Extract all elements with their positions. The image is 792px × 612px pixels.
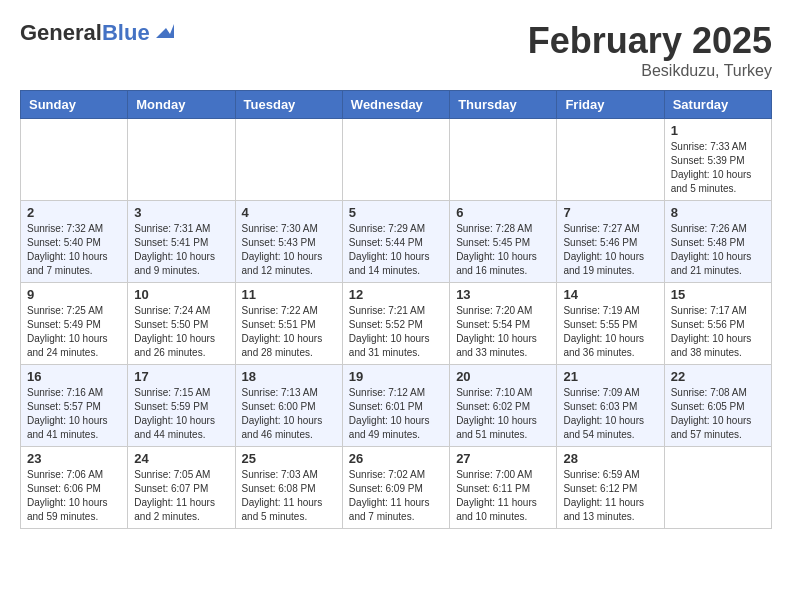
day-number: 16 [27, 369, 121, 384]
calendar-day-cell: 7Sunrise: 7:27 AM Sunset: 5:46 PM Daylig… [557, 201, 664, 283]
calendar-day-cell: 12Sunrise: 7:21 AM Sunset: 5:52 PM Dayli… [342, 283, 449, 365]
day-info: Sunrise: 7:13 AM Sunset: 6:00 PM Dayligh… [242, 386, 336, 442]
calendar-day-cell [664, 447, 771, 529]
calendar-day-cell: 23Sunrise: 7:06 AM Sunset: 6:06 PM Dayli… [21, 447, 128, 529]
calendar-table: SundayMondayTuesdayWednesdayThursdayFrid… [20, 90, 772, 529]
day-info: Sunrise: 7:31 AM Sunset: 5:41 PM Dayligh… [134, 222, 228, 278]
svg-marker-0 [156, 24, 174, 38]
logo-icon [152, 20, 174, 42]
day-info: Sunrise: 7:08 AM Sunset: 6:05 PM Dayligh… [671, 386, 765, 442]
day-info: Sunrise: 7:22 AM Sunset: 5:51 PM Dayligh… [242, 304, 336, 360]
logo-general: General [20, 20, 102, 45]
calendar-week-row: 9Sunrise: 7:25 AM Sunset: 5:49 PM Daylig… [21, 283, 772, 365]
day-info: Sunrise: 7:29 AM Sunset: 5:44 PM Dayligh… [349, 222, 443, 278]
day-info: Sunrise: 7:06 AM Sunset: 6:06 PM Dayligh… [27, 468, 121, 524]
calendar-day-cell: 3Sunrise: 7:31 AM Sunset: 5:41 PM Daylig… [128, 201, 235, 283]
calendar-day-cell [21, 119, 128, 201]
day-number: 26 [349, 451, 443, 466]
logo-blue: Blue [102, 20, 150, 45]
calendar-day-cell [557, 119, 664, 201]
calendar-day-cell: 1Sunrise: 7:33 AM Sunset: 5:39 PM Daylig… [664, 119, 771, 201]
day-number: 20 [456, 369, 550, 384]
day-info: Sunrise: 7:05 AM Sunset: 6:07 PM Dayligh… [134, 468, 228, 524]
calendar-day-cell: 27Sunrise: 7:00 AM Sunset: 6:11 PM Dayli… [450, 447, 557, 529]
weekday-header-wednesday: Wednesday [342, 91, 449, 119]
day-number: 25 [242, 451, 336, 466]
calendar-day-cell: 19Sunrise: 7:12 AM Sunset: 6:01 PM Dayli… [342, 365, 449, 447]
calendar-day-cell: 18Sunrise: 7:13 AM Sunset: 6:00 PM Dayli… [235, 365, 342, 447]
day-number: 24 [134, 451, 228, 466]
day-number: 11 [242, 287, 336, 302]
calendar-day-cell [235, 119, 342, 201]
calendar-day-cell: 2Sunrise: 7:32 AM Sunset: 5:40 PM Daylig… [21, 201, 128, 283]
day-info: Sunrise: 7:30 AM Sunset: 5:43 PM Dayligh… [242, 222, 336, 278]
day-info: Sunrise: 7:16 AM Sunset: 5:57 PM Dayligh… [27, 386, 121, 442]
calendar-day-cell: 5Sunrise: 7:29 AM Sunset: 5:44 PM Daylig… [342, 201, 449, 283]
day-number: 3 [134, 205, 228, 220]
day-info: Sunrise: 7:12 AM Sunset: 6:01 PM Dayligh… [349, 386, 443, 442]
day-info: Sunrise: 7:20 AM Sunset: 5:54 PM Dayligh… [456, 304, 550, 360]
day-number: 28 [563, 451, 657, 466]
day-number: 1 [671, 123, 765, 138]
day-number: 15 [671, 287, 765, 302]
calendar-day-cell: 15Sunrise: 7:17 AM Sunset: 5:56 PM Dayli… [664, 283, 771, 365]
calendar-day-cell: 11Sunrise: 7:22 AM Sunset: 5:51 PM Dayli… [235, 283, 342, 365]
calendar-day-cell: 21Sunrise: 7:09 AM Sunset: 6:03 PM Dayli… [557, 365, 664, 447]
location: Besikduzu, Turkey [528, 62, 772, 80]
calendar-day-cell: 4Sunrise: 7:30 AM Sunset: 5:43 PM Daylig… [235, 201, 342, 283]
day-number: 21 [563, 369, 657, 384]
calendar-week-row: 16Sunrise: 7:16 AM Sunset: 5:57 PM Dayli… [21, 365, 772, 447]
calendar-day-cell: 8Sunrise: 7:26 AM Sunset: 5:48 PM Daylig… [664, 201, 771, 283]
calendar-day-cell: 14Sunrise: 7:19 AM Sunset: 5:55 PM Dayli… [557, 283, 664, 365]
weekday-header-monday: Monday [128, 91, 235, 119]
calendar-day-cell: 24Sunrise: 7:05 AM Sunset: 6:07 PM Dayli… [128, 447, 235, 529]
calendar-day-cell: 20Sunrise: 7:10 AM Sunset: 6:02 PM Dayli… [450, 365, 557, 447]
day-number: 4 [242, 205, 336, 220]
day-info: Sunrise: 7:00 AM Sunset: 6:11 PM Dayligh… [456, 468, 550, 524]
day-info: Sunrise: 7:24 AM Sunset: 5:50 PM Dayligh… [134, 304, 228, 360]
day-number: 12 [349, 287, 443, 302]
day-number: 23 [27, 451, 121, 466]
calendar-day-cell [450, 119, 557, 201]
day-info: Sunrise: 7:10 AM Sunset: 6:02 PM Dayligh… [456, 386, 550, 442]
calendar-day-cell: 13Sunrise: 7:20 AM Sunset: 5:54 PM Dayli… [450, 283, 557, 365]
weekday-header-thursday: Thursday [450, 91, 557, 119]
calendar-day-cell: 6Sunrise: 7:28 AM Sunset: 5:45 PM Daylig… [450, 201, 557, 283]
day-info: Sunrise: 7:26 AM Sunset: 5:48 PM Dayligh… [671, 222, 765, 278]
day-number: 7 [563, 205, 657, 220]
calendar-day-cell: 17Sunrise: 7:15 AM Sunset: 5:59 PM Dayli… [128, 365, 235, 447]
day-info: Sunrise: 7:02 AM Sunset: 6:09 PM Dayligh… [349, 468, 443, 524]
day-number: 10 [134, 287, 228, 302]
day-number: 13 [456, 287, 550, 302]
day-info: Sunrise: 6:59 AM Sunset: 6:12 PM Dayligh… [563, 468, 657, 524]
calendar-day-cell: 26Sunrise: 7:02 AM Sunset: 6:09 PM Dayli… [342, 447, 449, 529]
calendar-day-cell: 22Sunrise: 7:08 AM Sunset: 6:05 PM Dayli… [664, 365, 771, 447]
logo: GeneralBlue [20, 20, 174, 46]
weekday-header-sunday: Sunday [21, 91, 128, 119]
month-title: February 2025 [528, 20, 772, 62]
calendar-day-cell [342, 119, 449, 201]
day-info: Sunrise: 7:25 AM Sunset: 5:49 PM Dayligh… [27, 304, 121, 360]
day-number: 14 [563, 287, 657, 302]
day-number: 8 [671, 205, 765, 220]
weekday-header-tuesday: Tuesday [235, 91, 342, 119]
calendar-day-cell: 28Sunrise: 6:59 AM Sunset: 6:12 PM Dayli… [557, 447, 664, 529]
calendar-week-row: 23Sunrise: 7:06 AM Sunset: 6:06 PM Dayli… [21, 447, 772, 529]
day-number: 22 [671, 369, 765, 384]
day-info: Sunrise: 7:33 AM Sunset: 5:39 PM Dayligh… [671, 140, 765, 196]
weekday-header-friday: Friday [557, 91, 664, 119]
day-info: Sunrise: 7:17 AM Sunset: 5:56 PM Dayligh… [671, 304, 765, 360]
calendar-week-row: 2Sunrise: 7:32 AM Sunset: 5:40 PM Daylig… [21, 201, 772, 283]
day-number: 6 [456, 205, 550, 220]
day-number: 17 [134, 369, 228, 384]
day-info: Sunrise: 7:27 AM Sunset: 5:46 PM Dayligh… [563, 222, 657, 278]
calendar-day-cell: 9Sunrise: 7:25 AM Sunset: 5:49 PM Daylig… [21, 283, 128, 365]
day-number: 9 [27, 287, 121, 302]
day-info: Sunrise: 7:15 AM Sunset: 5:59 PM Dayligh… [134, 386, 228, 442]
title-block: February 2025 Besikduzu, Turkey [528, 20, 772, 80]
day-info: Sunrise: 7:32 AM Sunset: 5:40 PM Dayligh… [27, 222, 121, 278]
day-number: 27 [456, 451, 550, 466]
calendar-day-cell [128, 119, 235, 201]
calendar-week-row: 1Sunrise: 7:33 AM Sunset: 5:39 PM Daylig… [21, 119, 772, 201]
weekday-header-saturday: Saturday [664, 91, 771, 119]
